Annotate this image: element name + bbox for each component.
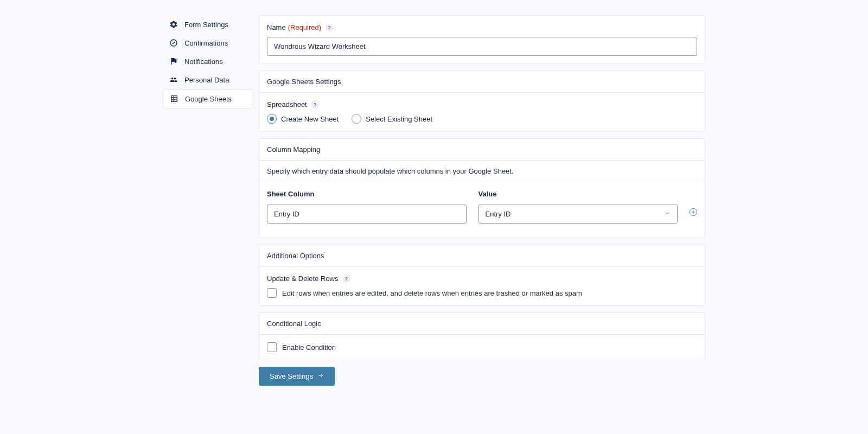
spreadsheet-label: Spreadsheet: [267, 100, 307, 108]
settings-sidebar: Form Settings Confirmations Notification…: [163, 15, 252, 108]
value-select[interactable]: Entry ID: [478, 205, 678, 224]
chevron-down-icon: [664, 210, 671, 218]
sidebar-item-notifications[interactable]: Notifications: [163, 52, 252, 71]
sidebar-item-google-sheets[interactable]: Google Sheets: [163, 89, 252, 108]
conditional-logic-card: Conditional Logic Enable Condition: [259, 312, 705, 360]
radio-label: Select Existing Sheet: [366, 115, 432, 123]
flag-icon: [169, 57, 178, 66]
people-icon: [169, 75, 178, 84]
sidebar-item-confirmations[interactable]: Confirmations: [163, 34, 252, 52]
spreadsheet-label-row: Spreadsheet ?: [267, 100, 697, 108]
sidebar-item-label: Personal Data: [184, 76, 229, 84]
help-icon[interactable]: ?: [343, 275, 350, 283]
name-label: Name: [267, 23, 286, 31]
additional-options-card: Additional Options Update & Delete Rows …: [259, 245, 705, 306]
sidebar-item-label: Notifications: [184, 58, 223, 66]
radio-label: Create New Sheet: [281, 115, 339, 123]
radio-create-new[interactable]: Create New Sheet: [267, 114, 339, 124]
enable-condition-text: Enable Condition: [282, 343, 336, 352]
value-label: Value: [478, 190, 678, 198]
update-delete-text: Edit rows when entries are edited, and d…: [282, 289, 582, 297]
additional-options-header: Additional Options: [259, 245, 705, 267]
save-button-label: Save Settings: [270, 372, 313, 380]
column-mapping-header: Column Mapping: [259, 139, 705, 161]
arrow-right-icon: [317, 372, 324, 380]
value-select-text: Entry ID: [486, 210, 511, 218]
help-icon[interactable]: ?: [326, 24, 333, 31]
sidebar-item-label: Confirmations: [184, 39, 228, 47]
sidebar-item-label: Form Settings: [184, 21, 228, 29]
radio-circle-icon: [352, 114, 361, 124]
sheet-column-input[interactable]: [267, 205, 467, 224]
sidebar-item-personal-data[interactable]: Personal Data: [163, 71, 252, 89]
check-circle-icon: [169, 39, 178, 47]
name-label-row: Name (Required) ?: [267, 23, 697, 31]
gear-icon: [169, 20, 178, 29]
conditional-logic-header: Conditional Logic: [259, 313, 705, 335]
sheets-settings-card: Google Sheets Settings Spreadsheet ? Cre…: [259, 71, 705, 132]
radio-circle-icon: [267, 114, 277, 124]
grid-icon: [170, 94, 178, 103]
update-delete-label-row: Update & Delete Rows ?: [267, 275, 697, 283]
name-input[interactable]: [267, 37, 697, 56]
sheets-settings-header: Google Sheets Settings: [259, 71, 705, 93]
update-delete-label: Update & Delete Rows: [267, 275, 339, 283]
sheet-column-label: Sheet Column: [267, 190, 467, 198]
sidebar-item-label: Google Sheets: [185, 95, 232, 103]
help-icon[interactable]: ?: [311, 101, 319, 108]
required-text: (Required): [288, 23, 321, 31]
add-mapping-button[interactable]: [690, 208, 697, 216]
enable-condition-checkbox[interactable]: [267, 342, 277, 352]
update-delete-checkbox[interactable]: [267, 288, 277, 298]
column-mapping-description: Specify which entry data should populate…: [259, 161, 705, 182]
column-mapping-card: Column Mapping Specify which entry data …: [259, 138, 705, 238]
save-settings-button[interactable]: Save Settings: [259, 367, 335, 386]
name-card: Name (Required) ?: [259, 15, 705, 64]
spreadsheet-radio-group: Create New Sheet Select Existing Sheet: [267, 114, 697, 124]
sidebar-item-form-settings[interactable]: Form Settings: [163, 15, 252, 34]
radio-select-existing[interactable]: Select Existing Sheet: [352, 114, 432, 124]
